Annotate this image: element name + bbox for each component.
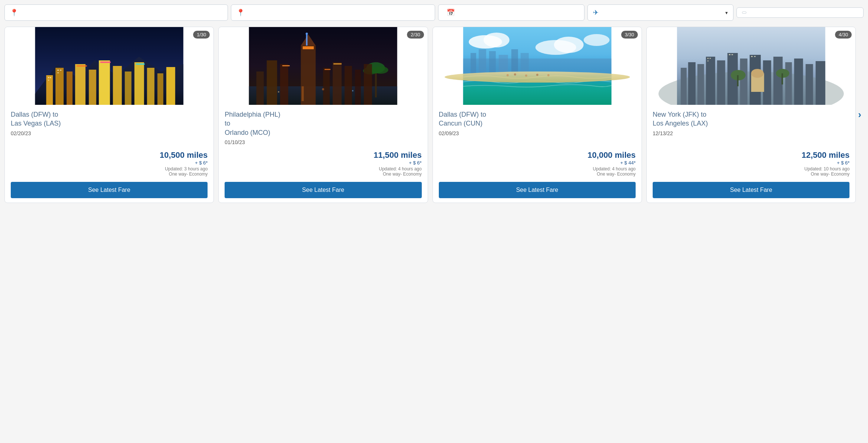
svg-rect-42 — [302, 86, 304, 101]
svg-point-47 — [278, 91, 279, 93]
flight-card: 4/30 New York (JFK) toLos Angeles (LAX) … — [646, 27, 856, 203]
see-fare-button[interactable]: See Latest Fare — [225, 182, 421, 198]
trip-type-select[interactable]: ✈ ▾ — [587, 4, 734, 21]
plane-icon: ✈ — [593, 9, 599, 17]
from-input[interactable]: 📍 — [4, 4, 228, 21]
card-miles: 12,500 miles — [653, 150, 849, 160]
svg-rect-9 — [125, 71, 132, 105]
card-body: New York (JFK) toLos Angeles (LAX) 12/13… — [647, 105, 855, 203]
card-miles: 11,500 miles — [225, 150, 421, 160]
svg-rect-30 — [306, 34, 308, 46]
pin-icon-from: 📍 — [10, 9, 18, 17]
svg-rect-37 — [323, 68, 330, 105]
next-arrow-button[interactable]: › — [856, 27, 864, 203]
svg-rect-93 — [710, 58, 711, 59]
svg-point-52 — [483, 33, 509, 47]
calendar-icon: 📅 — [447, 9, 455, 17]
svg-rect-17 — [57, 70, 59, 71]
card-updated: Updated: 3 hours ago — [11, 166, 208, 171]
svg-rect-3 — [56, 68, 64, 105]
card-body: Dallas (DFW) toLas Vegas (LAS) 02/20/23 … — [5, 105, 213, 203]
card-route: Dallas (DFW) toCancun (CUN) — [439, 110, 636, 128]
svg-rect-4 — [67, 71, 73, 105]
to-input[interactable]: 📍 — [231, 4, 435, 21]
card-updated: Updated: 4 hours ago — [439, 166, 636, 171]
svg-rect-10 — [135, 62, 144, 105]
svg-rect-76 — [717, 60, 725, 105]
see-fare-button[interactable]: See Latest Fare — [653, 182, 849, 198]
svg-point-31 — [306, 33, 308, 35]
card-price-section: 10,500 miles + $ 6* Updated: 3 hours ago… — [11, 150, 208, 177]
svg-rect-41 — [364, 64, 372, 105]
svg-point-55 — [583, 34, 609, 46]
budget-input[interactable] — [736, 7, 864, 18]
card-image: 3/30 — [433, 27, 642, 105]
search-bar: 📍 📍 📅 ✈ ▾ — [4, 4, 864, 21]
svg-rect-15 — [50, 77, 51, 78]
depart-input[interactable]: 📅 — [438, 4, 584, 21]
svg-rect-74 — [698, 64, 704, 105]
svg-point-64 — [444, 71, 630, 83]
cards-grid: 1/30 Dallas (DFW) toLas Vegas (LAS) 02/2… — [4, 27, 856, 203]
svg-rect-44 — [282, 65, 290, 66]
cards-section: 1/30 Dallas (DFW) toLas Vegas (LAS) 02/2… — [4, 27, 864, 203]
svg-rect-89 — [737, 75, 739, 86]
see-fare-button[interactable]: See Latest Fare — [439, 182, 636, 198]
card-route: Dallas (DFW) toLas Vegas (LAS) — [11, 110, 208, 128]
card-date: 01/10/23 — [225, 139, 421, 145]
card-price-section: 10,000 miles + $ 44* Updated: 4 hours ag… — [439, 150, 636, 177]
svg-rect-7 — [99, 60, 110, 105]
svg-rect-16 — [48, 80, 49, 81]
svg-rect-72 — [681, 68, 687, 105]
card-dollars: + $ 44* — [439, 160, 636, 166]
card-class: One way- Economy — [439, 171, 636, 177]
card-badge: 4/30 — [835, 31, 852, 39]
card-class: One way- Economy — [225, 171, 421, 177]
svg-rect-26 — [267, 60, 277, 105]
svg-rect-92 — [708, 58, 709, 59]
svg-rect-84 — [806, 64, 813, 105]
flight-card: 3/30 Dallas (DFW) toCancun (CUN) 02/09/2… — [433, 27, 642, 203]
svg-rect-96 — [732, 54, 733, 55]
svg-rect-43 — [307, 86, 316, 97]
svg-point-66 — [514, 73, 516, 76]
card-body: Philadelphia (PHL)toOrlando (MCO) 01/10/… — [219, 105, 427, 203]
card-date: 02/09/23 — [439, 130, 636, 136]
svg-rect-18 — [60, 70, 62, 71]
card-dollars: + $ 6* — [11, 160, 208, 166]
svg-rect-33 — [375, 71, 377, 97]
card-route: New York (JFK) toLos Angeles (LAX) — [653, 110, 849, 128]
svg-rect-40 — [355, 70, 361, 105]
card-dollars: + $ 6* — [225, 160, 421, 166]
card-badge: 1/30 — [193, 31, 210, 39]
svg-rect-19 — [57, 72, 59, 73]
card-miles: 10,500 miles — [11, 150, 208, 160]
svg-rect-80 — [763, 60, 771, 105]
svg-rect-5 — [75, 64, 86, 105]
svg-point-65 — [506, 74, 508, 76]
card-price-section: 12,500 miles + $ 6* Updated: 10 hours ag… — [653, 150, 849, 177]
svg-rect-14 — [48, 77, 49, 78]
see-fare-button[interactable]: See Latest Fare — [11, 182, 208, 198]
svg-rect-73 — [688, 62, 696, 105]
svg-rect-13 — [166, 67, 175, 105]
svg-point-67 — [525, 74, 527, 77]
card-updated: Updated: 10 hours ago — [653, 166, 849, 171]
svg-rect-95 — [729, 54, 730, 55]
svg-point-68 — [536, 74, 538, 76]
card-body: Dallas (DFW) toCancun (CUN) 02/09/23 10,… — [433, 105, 642, 203]
svg-point-87 — [751, 69, 764, 78]
svg-rect-83 — [794, 59, 803, 105]
svg-rect-11 — [147, 68, 155, 105]
card-image: 4/30 — [647, 27, 855, 105]
card-image: 1/30 — [5, 27, 213, 105]
chevron-down-icon: ▾ — [725, 10, 728, 16]
svg-rect-81 — [773, 57, 783, 105]
card-badge: 2/30 — [407, 31, 424, 39]
card-date: 02/20/23 — [11, 130, 208, 136]
card-date: 12/13/22 — [653, 130, 849, 136]
flight-card: 1/30 Dallas (DFW) toLas Vegas (LAS) 02/2… — [4, 27, 214, 203]
svg-point-69 — [547, 74, 549, 76]
svg-rect-2 — [46, 75, 53, 105]
card-badge: 3/30 — [621, 31, 638, 39]
